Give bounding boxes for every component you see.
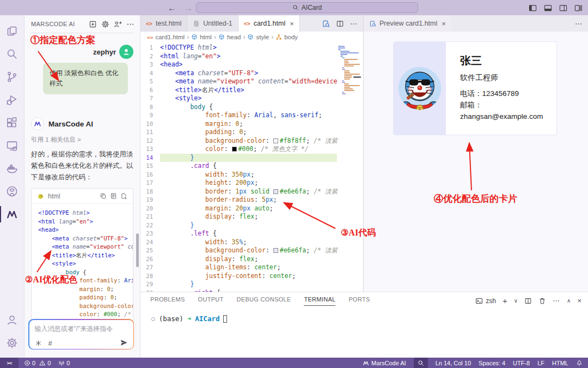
tab-card1-html[interactable]: <> card1.html ×	[238, 15, 300, 32]
sidebar-item-docker[interactable]	[0, 157, 24, 180]
notifications-bell-icon[interactable]	[576, 360, 583, 366]
open-preview-icon[interactable]	[322, 20, 330, 28]
eol-status[interactable]: LF	[537, 360, 544, 366]
breadcrumb-body[interactable]: body	[284, 34, 298, 40]
cursor-position[interactable]: Ln 14, Col 10	[436, 360, 471, 366]
preview-file-icon	[369, 20, 376, 27]
new-chat-icon[interactable]	[89, 20, 97, 28]
reference-link[interactable]: 引用 1 相关信息 >	[31, 136, 133, 144]
tab-untitled-1[interactable]: Untitled-1	[187, 15, 238, 32]
problems-status[interactable]: 0 0	[24, 360, 51, 366]
code-language-label: html	[48, 192, 96, 200]
toggle-primary-sidebar-icon[interactable]	[529, 4, 537, 12]
code-editor[interactable]: 1<!DOCTYPE html>2<html lang="en">3<head>…	[140, 43, 363, 292]
element-cube-icon	[247, 34, 254, 40]
toggle-panel-icon[interactable]	[544, 4, 552, 12]
sidebar-item-marscode-ai[interactable]	[0, 203, 24, 226]
sidebar-item-search[interactable]	[0, 43, 24, 65]
sidebar-item-github[interactable]	[0, 180, 24, 203]
history-back-icon[interactable]: ←	[168, 3, 176, 13]
minimap-slider[interactable]	[353, 76, 361, 78]
close-tab-icon[interactable]: ×	[290, 20, 294, 28]
breadcrumb-html[interactable]: html	[200, 34, 212, 40]
skills-spark-icon[interactable]	[35, 340, 42, 347]
html-file-icon: <>	[146, 21, 152, 27]
remote-explorer-icon	[6, 140, 18, 152]
card-left-panel	[394, 42, 446, 135]
chat-input-box[interactable]: 输入消息或者"/"来选择指令 #	[28, 319, 134, 349]
breadcrumb-file[interactable]: card1.html	[155, 34, 185, 40]
copy-code-icon[interactable]	[100, 192, 107, 200]
close-preview-icon[interactable]: ×	[442, 20, 446, 28]
search-value: AICard	[302, 4, 322, 11]
sidebar-scrollbar[interactable]	[136, 233, 139, 267]
terminal-more-icon[interactable]: ⋯	[553, 297, 560, 305]
settings-button[interactable]	[0, 331, 24, 354]
doraemon-avatar	[397, 65, 443, 111]
breadcrumb-head[interactable]: head	[227, 34, 241, 40]
sidebar-item-explorer[interactable]	[0, 20, 24, 43]
share-chat-icon[interactable]	[114, 20, 122, 28]
untitled-file-icon	[193, 20, 200, 27]
context-hash-button[interactable]: #	[48, 339, 52, 347]
send-message-button[interactable]	[120, 339, 128, 348]
tab-debug-console[interactable]: DEBUG CONSOLE	[237, 296, 291, 306]
terminal-shell-chip[interactable]: zsh	[475, 297, 496, 305]
apply-code-icon[interactable]	[110, 192, 117, 200]
tab-terminal[interactable]: TERMINAL	[304, 296, 335, 306]
business-card: 张三 软件工程师 电话：123456789 邮箱：zhangsan@exampl…	[393, 41, 557, 135]
command-center-search[interactable]: AICard	[196, 2, 418, 13]
marscode-ai-icon	[363, 360, 369, 366]
ports-status[interactable]: 0	[58, 360, 70, 366]
language-mode[interactable]: HTML	[552, 360, 568, 366]
encoding-status[interactable]: UTF-8	[513, 360, 530, 366]
extensions-icon	[6, 117, 18, 129]
maximize-panel-icon[interactable]: ∧	[567, 298, 571, 304]
kill-terminal-trash-icon[interactable]	[538, 297, 546, 305]
tab-problems[interactable]: PROBLEMS	[150, 296, 185, 306]
prompt-arrow: ➜	[187, 315, 192, 323]
close-panel-icon[interactable]: ×	[577, 297, 581, 305]
marscode-status-item[interactable]: MarsCode AI	[363, 360, 406, 366]
terminal-dropdown-icon[interactable]: ∨	[514, 298, 518, 304]
sidebar-item-remote-explorer[interactable]	[0, 134, 24, 157]
chat-settings-gear-icon[interactable]	[101, 20, 109, 28]
selector-fork-icon	[275, 34, 282, 40]
split-terminal-icon[interactable]	[524, 297, 532, 305]
conda-env: (base)	[159, 315, 183, 323]
more-actions-icon[interactable]	[126, 20, 134, 28]
sidebar-item-extensions[interactable]	[0, 111, 24, 134]
status-search-button[interactable]	[414, 358, 428, 368]
minimap[interactable]	[338, 45, 361, 292]
card-phone: 电话：123456789	[460, 88, 552, 99]
customize-layout-icon[interactable]	[574, 4, 583, 12]
toggle-secondary-sidebar-icon[interactable]	[559, 4, 567, 12]
more-preview-actions-icon[interactable]: ⋯	[575, 20, 583, 28]
indentation-status[interactable]: Spaces: 4	[479, 360, 505, 366]
more-editor-actions-icon[interactable]: ⋯	[350, 20, 358, 28]
status-bar: >< 0 0 0 MarsCode AI Ln 14, Col 10 Space…	[0, 358, 588, 368]
warning-icon	[39, 360, 46, 366]
tab-preview-card1[interactable]: Preview card1.html ×	[364, 15, 451, 32]
split-editor-icon[interactable]	[336, 20, 344, 28]
card-email: 邮箱：zhangsan@example.com	[460, 99, 552, 122]
remote-indicator[interactable]: ><	[0, 358, 19, 368]
history-forward-icon[interactable]: →	[185, 3, 193, 13]
card-name: 张三	[460, 53, 552, 68]
tab-test-html[interactable]: <> test.html	[140, 15, 187, 32]
create-file-icon[interactable]	[120, 192, 127, 200]
search-icon	[6, 48, 18, 60]
sidebar-item-run-debug[interactable]	[0, 88, 24, 111]
sidebar-item-source-control[interactable]	[0, 65, 24, 88]
bottom-panel: PROBLEMS OUTPUT DEBUG CONSOLE TERMINAL P…	[140, 292, 588, 358]
terminal-prompt[interactable]: ○ (base) ➜ AICard	[151, 315, 588, 323]
assistant-name: MarsCode AI	[48, 120, 93, 128]
account-button[interactable]	[0, 309, 24, 331]
tab-output[interactable]: OUTPUT	[198, 296, 224, 306]
new-terminal-icon[interactable]: +	[503, 296, 507, 305]
breadcrumb-style[interactable]: style	[256, 34, 269, 40]
card-role: 软件工程师	[460, 73, 552, 83]
preview-group: Preview card1.html × ⋯	[364, 15, 588, 292]
tab-ports[interactable]: PORTS	[348, 296, 370, 306]
search-icon	[418, 360, 424, 366]
